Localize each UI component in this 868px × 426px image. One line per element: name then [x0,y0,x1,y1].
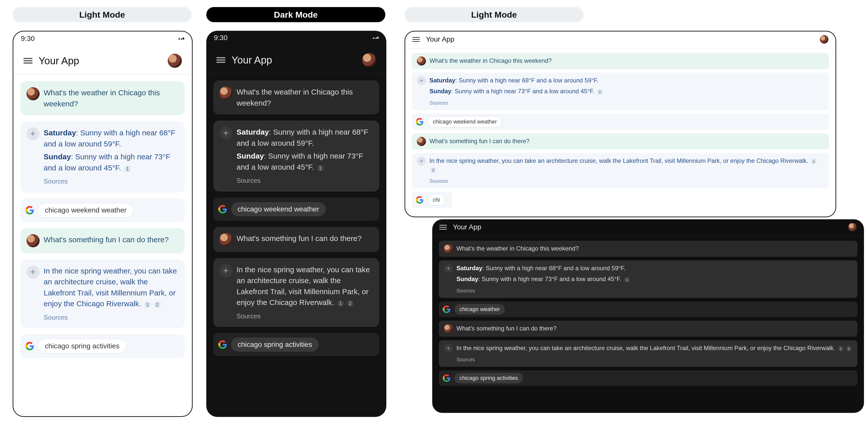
status-icons [178,35,184,42]
user-avatar-icon [27,87,39,100]
message-text: What's something fun I can do there? [430,137,824,146]
chat-area: What's the weather in Chicago this weeke… [206,73,386,363]
message-text: Sunday: Sunny with a high near 73°F and … [237,151,373,172]
message-text: Saturday: Sunny with a high near 68°F an… [43,127,179,149]
avatar[interactable] [820,35,829,43]
citation-badge[interactable]: 1 [337,300,344,307]
status-icons [372,35,379,41]
search-chip[interactable]: chicago spring activities [231,337,319,352]
menu-icon[interactable] [439,225,447,230]
google-icon [416,118,424,126]
citation-badge[interactable]: 1 [811,159,816,164]
google-icon [416,196,424,204]
source-card: chicago weekend weather [21,198,185,222]
avatar[interactable] [848,223,857,231]
ai-message: In the nice spring weather, you can take… [412,153,829,189]
message-text: Sunday: Sunny with a high near 73°F and … [43,151,179,173]
sources-link[interactable]: Sources [43,177,179,186]
phone-light: 9:30 Your App What's the weather in Chic… [12,31,193,417]
menu-icon[interactable] [412,37,420,42]
citation-badge[interactable]: 1 [124,166,131,172]
search-chip[interactable]: chicago weekend weather [231,202,326,216]
user-message: What's something fun I can do there? [21,228,185,253]
source-card: chi [412,192,452,208]
search-chip[interactable]: chicago spring activities [38,339,126,353]
source-card: chicago spring activities [213,333,379,356]
citation-badge[interactable]: 1 [838,346,843,351]
message-text: Sunday: Sunny with a high near 73°F and … [457,275,852,284]
chat-area: What's the weather in Chicago this weeke… [432,236,864,390]
citation-badge[interactable]: 1 [317,165,324,171]
message-text: Saturday: Sunny with a high near 68°F an… [430,76,824,85]
sources-link[interactable]: Sources [457,356,852,363]
menu-icon[interactable] [24,58,33,64]
citation-badge[interactable]: 1 [624,277,630,283]
citation-badge[interactable]: 2 [154,301,161,308]
message-text: What's something fun I can do there? [457,324,852,333]
chat-area: What's the weather in Chicago this weeke… [13,74,192,365]
ai-message: In the nice spring weather, you can take… [213,258,379,327]
citation-badge[interactable]: 1 [597,89,603,95]
spark-icon [219,127,232,140]
user-message: What's the weather in Chicago this weeke… [21,81,185,115]
citation-badge[interactable]: 1 [144,301,151,308]
spark-icon [417,76,426,85]
message-text: Saturday: Sunny with a high near 68°F an… [457,264,852,273]
ai-message: Saturday: Sunny with a high near 68°F an… [412,73,829,110]
google-icon [218,205,227,214]
spark-icon [444,344,453,353]
message-text: What's the weather in Chicago this weeke… [237,87,373,108]
ai-message: Saturday: Sunny with a high near 68°F an… [21,121,185,192]
status-bar: 9:30 [206,31,386,45]
search-chip[interactable]: chicago weather [455,304,505,315]
source-card: chicago weekend weather [213,198,379,221]
spark-icon [219,264,232,277]
user-avatar-icon [27,234,39,247]
sources-link[interactable]: Sources [430,99,824,107]
spark-icon [27,127,39,140]
source-card: chicago spring activities [439,370,858,386]
app-bar: Your App [432,219,864,236]
user-message: What's the weather in Chicago this weeke… [439,241,858,257]
sources-link[interactable]: Sources [237,176,373,186]
google-icon [218,340,227,349]
sources-link[interactable]: Sources [237,312,373,321]
source-card: chicago weekend weather [412,114,829,130]
app-title: Your App [39,55,162,67]
ai-message: Saturday: Sunny with a high near 68°F an… [213,121,379,192]
app-bar: Your App [405,32,835,48]
google-icon [443,305,451,313]
avatar[interactable] [168,54,182,68]
user-message: What's something fun I can do there? [439,321,858,337]
message-text: In the nice spring weather, you can take… [457,344,852,353]
citation-badge[interactable]: 2 [431,167,436,173]
search-chip[interactable]: chicago spring activities [455,373,523,383]
chat-area: What's the weather in Chicago this weeke… [405,48,835,212]
ai-message: In the nice spring weather, you can take… [439,340,858,367]
menu-icon[interactable] [216,57,225,63]
user-avatar-icon [219,233,232,246]
search-chip[interactable]: chicago weekend weather [38,203,133,218]
search-chip[interactable]: chi [428,194,445,205]
citation-badge[interactable]: 2 [347,300,353,307]
source-card: chicago spring activities [21,334,185,358]
spark-icon [27,265,39,278]
message-text: In the nice spring weather, you can take… [430,157,824,174]
mode-label-dark: Dark Mode [206,7,385,22]
spark-icon [444,264,453,273]
search-chip[interactable]: chicago weekend weather [428,116,502,127]
user-avatar-icon [444,324,453,333]
sources-link[interactable]: Sources [43,313,179,322]
user-avatar-icon [219,87,232,100]
sources-link[interactable]: Sources [457,287,852,294]
sources-link[interactable]: Sources [430,177,824,185]
message-text: In the nice spring weather, you can take… [43,265,179,309]
message-text: What's the weather in Chicago this weeke… [457,244,852,253]
mode-label-light-tablet: Light Mode [404,7,584,22]
avatar[interactable] [362,53,376,67]
user-avatar-icon [417,57,426,66]
google-icon [26,342,34,350]
user-avatar-icon [444,244,453,253]
app-bar: Your App [206,45,386,73]
citation-badge[interactable]: 2 [846,346,851,351]
